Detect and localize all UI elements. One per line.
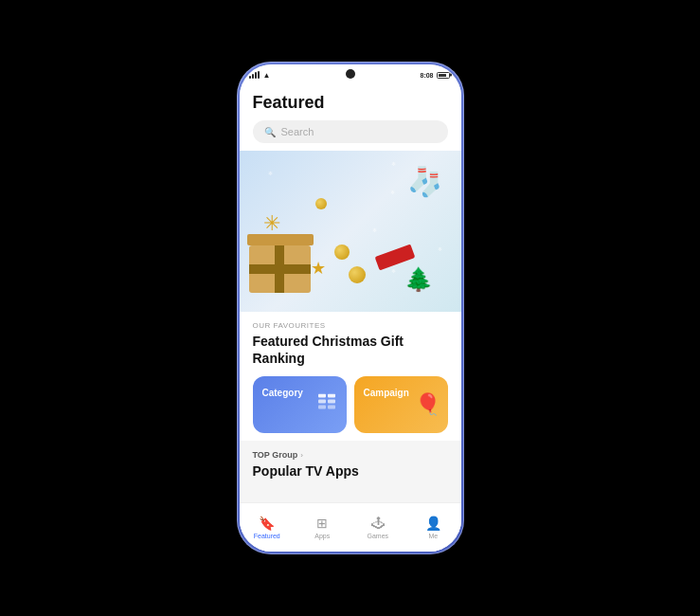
category-icon [318,394,339,416]
svg-rect-5 [328,406,335,409]
featured-section: OUR FAVOURITES Featured Christmas Gift R… [240,312,461,441]
nav-item-games[interactable]: 🕹 Games [350,512,406,543]
search-icon: 🔍 [264,127,276,137]
top-group-header: TOP Group › [253,450,448,460]
sock-decoration: 🧦 [407,165,442,198]
nav-item-me[interactable]: 👤 Me [405,512,461,543]
svg-rect-0 [318,394,326,398]
svg-rect-1 [328,394,335,398]
status-bar: ▲ 8:08 [240,64,461,85]
nav-label-games: Games [367,533,388,539]
nav-item-featured[interactable]: 🔖 Featured [240,512,296,543]
app-header: Featured 🔍 Search [240,85,461,151]
status-left: ▲ [249,71,271,80]
hero-decorations: ✳ ★ [240,151,461,312]
notch [346,69,355,79]
signal-icon [249,71,260,79]
battery-icon [437,72,450,79]
svg-rect-4 [318,406,326,409]
gift-ribbon-v [275,245,284,293]
search-bar[interactable]: 🔍 Search [253,120,448,143]
hero-banner: ✳ ★ [240,151,461,312]
search-placeholder: Search [281,126,314,137]
cards-row: Category [253,376,448,433]
time-display: 8:08 [420,72,433,79]
bookmark-icon: 🔖 [259,516,275,531]
star-decoration: ★ [311,258,326,279]
bottom-nav: 🔖 Featured ⊞ Apps 🕹 Games 👤 Me [240,502,461,552]
nav-label-featured: Featured [254,533,280,539]
svg-rect-3 [328,400,335,404]
top-group-title: Popular TV Apps [253,463,448,479]
category-card[interactable]: Category [253,376,347,433]
campaign-icon: 🎈 [415,392,440,417]
top-group-section: TOP Group › Popular TV Apps [240,441,461,482]
grid-icon: ⊞ [316,516,328,531]
wifi-icon: ▲ [263,71,271,80]
tree-decoration: 🌲 [404,266,433,293]
nav-label-me: Me [428,533,438,539]
status-right: 8:08 [420,72,449,79]
nav-label-apps: Apps [314,533,330,539]
nav-item-apps[interactable]: ⊞ Apps [295,512,350,543]
snowflake-1: ❄ [268,170,273,176]
ornament-3 [315,198,327,209]
section-title: Featured Christmas Gift Ranking [253,333,448,367]
gift-body [249,245,311,293]
phone-frame: ▲ 8:08 Featured 🔍 Search [237,62,464,554]
ornament-2 [349,266,366,283]
snowflake-5: ❄ [438,245,442,252]
snowflake-6: ❄ [391,267,396,274]
person-icon: 👤 [425,516,441,531]
campaign-card[interactable]: Campaign 🎈 [354,376,448,433]
snowflake-4: ❄ [391,160,396,167]
gamepad-icon: 🕹 [371,516,385,531]
snowflake-3: ❄ [372,226,377,233]
svg-rect-2 [318,400,326,404]
ornament-1 [334,245,350,260]
section-label: OUR FAVOURITES [253,321,448,330]
snowflake-2: ❄ [390,189,395,195]
scroll-area[interactable]: ✳ ★ [240,151,461,502]
app-content: Featured 🔍 Search ✳ [240,85,461,552]
gift-bow: ✳ [263,211,280,236]
page-title: Featured [253,93,448,113]
gift-lid [247,234,314,245]
top-group-label: TOP Group [253,450,298,460]
phone-screen: ▲ 8:08 Featured 🔍 Search [240,64,461,552]
chevron-right-icon: › [300,451,303,460]
